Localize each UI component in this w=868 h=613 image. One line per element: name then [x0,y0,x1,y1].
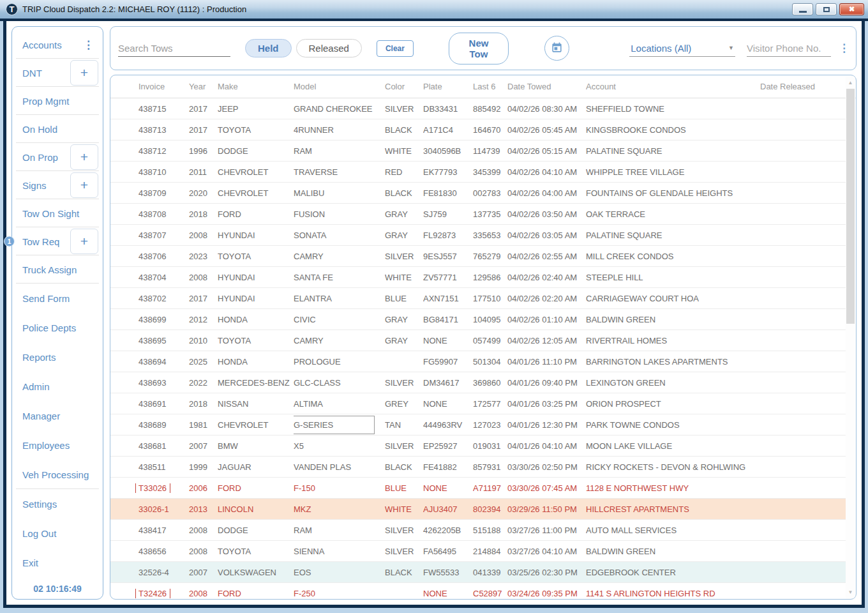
table-row[interactable]: 4387121996DODGERAMWHITE3040596B11473904/… [110,140,846,162]
column-header-color[interactable]: Color [385,82,423,91]
cell-make: CHEVROLET [218,167,294,177]
sidebar-item-police-depts[interactable]: Police Depts [12,313,103,342]
table-row[interactable]: 32526-42007VOLKSWAGENEOSBLACKFW555330413… [110,562,846,583]
visitor-phone-input[interactable] [747,40,831,57]
sidebar-item-prop-mgmt[interactable]: Prop Mgmt [12,87,103,115]
table-row[interactable]: 4386891981CHEVROLETG-SERIESTAN444963RV12… [110,414,846,435]
table-scrollbar[interactable]: ▲ ▼ [846,76,855,598]
cell-year: 2011 [189,167,218,177]
table-row[interactable]: 4387102011CHEVROLETTRAVERSEREDEK77793345… [110,162,846,183]
cell-make: MERCEDES-BENZ [218,378,294,388]
column-header-invoice[interactable]: Invoice [110,82,189,91]
add-button[interactable]: + [70,144,98,170]
cell-last-6: 137735 [473,209,507,219]
cell-model: GLC-CLASS [294,378,385,388]
table-row[interactable]: 4387072008HYUNDAISONATAGRAYFL92873335653… [110,225,846,246]
table-row[interactable]: 4385111999JAGUARVANDEN PLASBLACKFE418828… [110,457,846,478]
cell-date-towed: 04/01/26 11:10 PM [507,357,586,367]
minimize-button[interactable] [792,3,813,15]
sidebar-item-tow-req[interactable]: Tow Req+1 [12,227,103,255]
table-row[interactable]: 4387022017HYUNDAIELANTRABLUEAXN715117751… [110,288,846,309]
sidebar-item-log-out[interactable]: Log Out [12,518,103,548]
close-button[interactable]: ✖ [839,3,864,15]
cell-account: RIVERTRAIL HOMES [586,336,760,345]
table-row[interactable]: 4387062023TOYOTACAMRYSILVER9ESJ557765279… [110,246,846,267]
scroll-up-icon[interactable]: ▲ [846,77,855,87]
sidebar-item-truck-assign[interactable]: Truck Assign [12,255,103,284]
cell-make: HYUNDAI [218,231,294,240]
sidebar-item-exit[interactable]: Exit [12,548,103,577]
sidebar-item-on-hold[interactable]: On Hold [12,115,103,143]
table-row[interactable]: 4386932022MERCEDES-BENZGLC-CLASSSILVERDM… [110,372,846,393]
cell-account: OAK TERRACE [586,209,760,219]
locations-value: Locations (All) [631,43,691,54]
column-header-make[interactable]: Make [218,82,294,91]
sidebar-item-signs[interactable]: Signs+ [12,171,103,199]
table-row[interactable]: 4384172008DODGERAMSILVER4262205B51518803… [110,520,846,541]
sidebar-item-send-form[interactable]: Send Form [12,284,103,313]
table-row[interactable]: 4386812007BMWX5SILVEREP2592701903104/01/… [110,435,846,457]
column-header-last-6[interactable]: Last 6 [473,82,507,91]
cell-plate: NONE [423,399,473,409]
sidebar-item-admin[interactable]: Admin [12,372,103,401]
cell-last-6: 369860 [473,378,507,388]
cell-model: CIVIC [294,315,385,324]
sidebar-item-tow-on-sight[interactable]: Tow On Sight [12,199,103,227]
sidebar-item-label: Send Form [22,293,70,304]
cell-last-6: C52897 [473,589,507,598]
cell-invoice: 438702 [110,294,189,303]
table-row[interactable]: T324262008FORDF-250NONEC5289703/24/26 09… [110,583,846,599]
scrollbar-thumb[interactable] [846,89,855,324]
sidebar-item-accounts[interactable]: Accounts⋮ [12,31,103,59]
toolbar-kebab-icon[interactable]: ⋮ [839,42,849,55]
table-row[interactable]: 4387092020CHEVROLETMALIBUBLACKFE81830002… [110,183,846,204]
column-header-year[interactable]: Year [189,82,218,91]
released-toggle-button[interactable]: Released [296,39,362,57]
calendar-button[interactable] [544,36,569,61]
table-row[interactable]: 4386562008TOYOTASIENNASILVERFA5649521488… [110,541,846,562]
sidebar-clock: 02 10:16:49 [12,584,103,594]
column-header-date-released[interactable]: Date Released [760,82,856,91]
clear-button[interactable]: Clear [377,40,414,57]
cell-date-towed: 03/24/26 09:35 PM [507,589,586,598]
table-row[interactable]: 33026-12013LINCOLNMKZWHITEAJU34078023940… [110,499,846,520]
table-row[interactable]: T330262006FORDF-150BLUENONEA7119703/30/2… [110,478,846,499]
sidebar-item-veh-processing[interactable]: Veh Processing [12,460,103,489]
add-button[interactable]: + [70,229,98,254]
sidebar-item-on-prop[interactable]: On Prop+ [12,143,103,171]
table-row[interactable]: 4387132017TOYOTA4RUNNERBLACKA171C4164670… [110,119,846,140]
sidebar-item-label: Admin [22,381,50,392]
held-toggle-button[interactable]: Held [245,39,292,57]
table-row[interactable]: 4387082018FORDFUSIONGRAYSJ75913773504/02… [110,204,846,225]
scroll-down-icon[interactable]: ▼ [846,587,855,597]
table-row[interactable]: 4386912018NISSANALTIMAGREYNONE17257704/0… [110,393,846,414]
table-row[interactable]: 4387042008HYUNDAISANTA FEWHITEZV57771129… [110,267,846,288]
sidebar-item-settings[interactable]: Settings [12,489,103,518]
search-input[interactable] [118,40,230,57]
sidebar-item-manager[interactable]: Manager [12,401,103,430]
cell-date-towed: 04/02/26 04:00 AM [507,188,586,198]
cell-last-6: 765279 [473,252,507,261]
add-button[interactable]: + [70,172,98,198]
focused-cell[interactable]: G-SERIES [294,416,375,434]
cell-model: F-250 [294,589,385,598]
column-header-plate[interactable]: Plate [423,82,473,91]
column-header-account[interactable]: Account [586,82,760,91]
maximize-button[interactable] [816,3,837,15]
new-tow-button[interactable]: New Tow [449,33,509,64]
add-button[interactable]: + [70,60,98,86]
cell-color: GRAY [385,336,423,345]
sidebar-item-employees[interactable]: Employees [12,430,103,460]
column-header-model[interactable]: Model [294,82,385,91]
sidebar-item-dnt[interactable]: DNT+ [12,59,103,87]
cell-make: HYUNDAI [218,273,294,282]
column-header-date-towed[interactable]: Date Towed [507,82,586,91]
table-row[interactable]: 4386992012HONDACIVICGRAYBG8417110409504/… [110,309,846,330]
table-row[interactable]: 4386952010TOYOTACAMRYGRAYNONE05749904/02… [110,330,846,351]
table-row[interactable]: 4387152017JEEPGRAND CHEROKEESILVERDB3343… [110,98,846,119]
table-row[interactable]: 4386942025HONDAPROLOGUEFG5990750130404/0… [110,351,846,372]
sidebar: Accounts⋮DNT+Prop MgmtOn HoldOn Prop+Sig… [11,26,103,600]
kebab-icon[interactable]: ⋮ [83,38,94,52]
locations-dropdown[interactable]: Locations (All) ▼ [629,40,735,57]
sidebar-item-reports[interactable]: Reports [12,342,103,372]
